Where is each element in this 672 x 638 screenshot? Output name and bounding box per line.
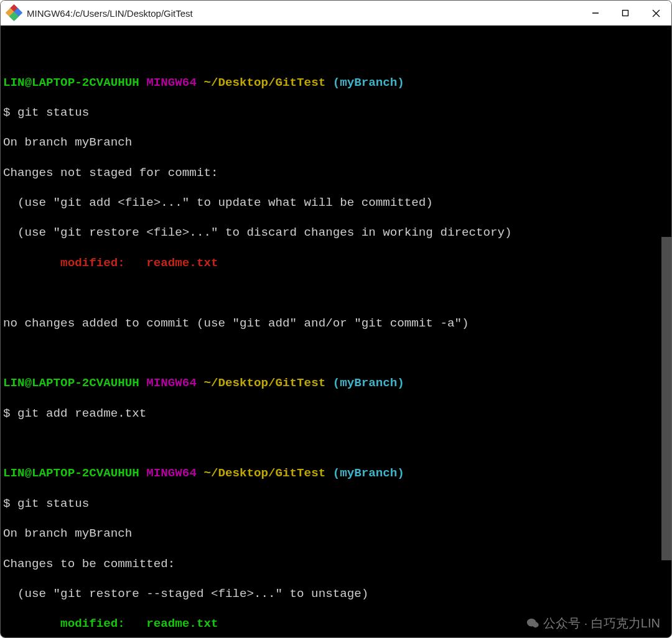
terminal-window: MINGW64:/c/Users/LIN/Desktop/GitTest LIN… xyxy=(0,0,672,638)
output-line: (use "git add <file>..." to update what … xyxy=(3,195,671,210)
output-line: Changes not staged for commit: xyxy=(3,165,671,180)
terminal-body[interactable]: LIN@LAPTOP-2CVAUHUH MINGW64 ~/Desktop/Gi… xyxy=(1,25,671,637)
modified-unstaged: modified: readme.txt xyxy=(3,256,671,270)
prompt-symbol: $ xyxy=(3,106,17,119)
window-title: MINGW64:/c/Users/LIN/Desktop/GitTest xyxy=(27,8,581,19)
prompt-user: LIN@LAPTOP-2CVAUHUH xyxy=(3,76,139,90)
window-controls xyxy=(581,1,671,25)
titlebar[interactable]: MINGW64:/c/Users/LIN/Desktop/GitTest xyxy=(1,1,671,25)
svg-rect-1 xyxy=(623,11,628,16)
wechat-icon xyxy=(526,616,539,630)
minimize-button[interactable] xyxy=(581,1,610,25)
prompt-shell: MINGW64 xyxy=(146,76,197,90)
scrollbar-thumb[interactable] xyxy=(661,237,671,560)
svg-point-5 xyxy=(533,622,539,628)
output-line: On branch myBranch xyxy=(3,526,671,541)
output-line: (use "git restore <file>..." to discard … xyxy=(3,225,671,240)
output-line: On branch myBranch xyxy=(3,135,671,150)
scrollbar-track[interactable] xyxy=(661,25,671,637)
watermark-text: 公众号 · 白巧克力LIN xyxy=(543,616,660,631)
command-text: git status xyxy=(17,106,89,119)
output-line: (use "git restore --staged <file>..." to… xyxy=(3,586,671,601)
app-icon xyxy=(7,6,22,21)
close-button[interactable] xyxy=(640,1,671,25)
command-text: git status xyxy=(17,497,89,511)
maximize-button[interactable] xyxy=(610,1,640,25)
watermark: 公众号 · 白巧克力LIN xyxy=(526,616,660,631)
output-line: no changes added to commit (use "git add… xyxy=(3,316,671,331)
command-text: git add readme.txt xyxy=(17,407,146,420)
output-line: Changes to be committed: xyxy=(3,557,671,571)
prompt-branch: (myBranch) xyxy=(333,76,404,90)
prompt-path: ~/Desktop/GitTest xyxy=(203,76,325,90)
